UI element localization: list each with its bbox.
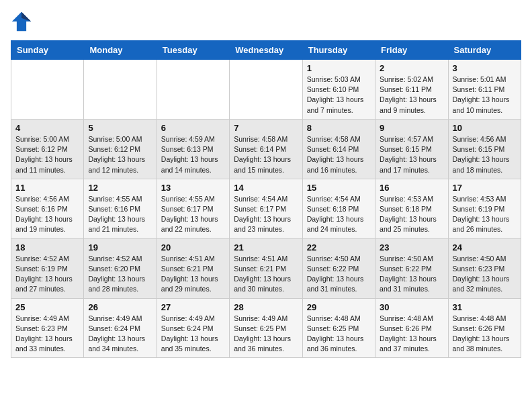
day-number: 17 <box>453 183 517 193</box>
day-info: Sunrise: 4:48 AMSunset: 6:26 PMDaylight:… <box>380 314 443 355</box>
day-number: 30 <box>380 302 443 312</box>
calendar-cell: 30Sunrise: 4:48 AMSunset: 6:26 PMDayligh… <box>375 298 448 358</box>
calendar-cell: 29Sunrise: 4:48 AMSunset: 6:25 PMDayligh… <box>302 298 375 358</box>
day-info: Sunrise: 4:52 AMSunset: 6:20 PMDaylight:… <box>88 254 152 295</box>
day-of-week-header: Saturday <box>448 41 521 60</box>
calendar-cell: 2Sunrise: 5:02 AMSunset: 6:11 PMDaylight… <box>375 60 448 120</box>
calendar-cell: 12Sunrise: 4:55 AMSunset: 6:16 PMDayligh… <box>84 179 157 238</box>
day-of-week-header: Sunday <box>11 41 84 60</box>
day-info: Sunrise: 4:56 AMSunset: 6:15 PMDaylight:… <box>453 134 517 175</box>
calendar-cell: 25Sunrise: 4:49 AMSunset: 6:23 PMDayligh… <box>11 298 84 358</box>
day-number: 29 <box>307 302 371 312</box>
day-number: 16 <box>380 183 443 193</box>
calendar-cell: 13Sunrise: 4:55 AMSunset: 6:17 PMDayligh… <box>157 179 229 238</box>
day-info: Sunrise: 4:57 AMSunset: 6:15 PMDaylight:… <box>380 134 443 175</box>
calendar-cell: 28Sunrise: 4:49 AMSunset: 6:25 PMDayligh… <box>230 298 302 358</box>
calendar-cell: 24Sunrise: 4:50 AMSunset: 6:23 PMDayligh… <box>448 238 521 298</box>
calendar-cell: 11Sunrise: 4:56 AMSunset: 6:16 PMDayligh… <box>11 179 84 238</box>
day-number: 20 <box>161 242 225 253</box>
day-number: 26 <box>88 302 152 312</box>
calendar-cell: 5Sunrise: 5:00 AMSunset: 6:12 PMDaylight… <box>84 119 157 179</box>
day-info: Sunrise: 4:55 AMSunset: 6:16 PMDaylight:… <box>88 194 152 235</box>
day-info: Sunrise: 4:53 AMSunset: 6:19 PMDaylight:… <box>453 194 517 235</box>
day-number: 6 <box>161 123 225 133</box>
day-info: Sunrise: 4:58 AMSunset: 6:14 PMDaylight:… <box>307 134 371 175</box>
calendar-cell: 3Sunrise: 5:01 AMSunset: 6:11 PMDaylight… <box>448 60 521 120</box>
day-number: 25 <box>15 302 79 312</box>
day-of-week-header: Thursday <box>302 41 375 60</box>
calendar-week-row: 1Sunrise: 5:03 AMSunset: 6:10 PMDaylight… <box>11 60 521 120</box>
calendar-header-row: SundayMondayTuesdayWednesdayThursdayFrid… <box>11 41 521 60</box>
calendar-cell: 4Sunrise: 5:00 AMSunset: 6:12 PMDaylight… <box>11 119 84 179</box>
day-info: Sunrise: 4:56 AMSunset: 6:16 PMDaylight:… <box>15 194 79 235</box>
day-info: Sunrise: 4:49 AMSunset: 6:25 PMDaylight:… <box>234 314 298 355</box>
day-info: Sunrise: 4:55 AMSunset: 6:17 PMDaylight:… <box>161 194 225 235</box>
calendar-cell: 20Sunrise: 4:51 AMSunset: 6:21 PMDayligh… <box>157 238 229 298</box>
calendar-cell: 14Sunrise: 4:54 AMSunset: 6:17 PMDayligh… <box>230 179 302 238</box>
logo <box>11 11 35 32</box>
calendar-week-row: 4Sunrise: 5:00 AMSunset: 6:12 PMDaylight… <box>11 119 521 179</box>
day-number: 11 <box>15 183 79 193</box>
day-info: Sunrise: 4:51 AMSunset: 6:21 PMDaylight:… <box>234 254 298 295</box>
day-info: Sunrise: 4:48 AMSunset: 6:26 PMDaylight:… <box>453 314 517 355</box>
calendar-cell: 15Sunrise: 4:54 AMSunset: 6:18 PMDayligh… <box>302 179 375 238</box>
day-of-week-header: Friday <box>375 41 448 60</box>
calendar-cell: 31Sunrise: 4:48 AMSunset: 6:26 PMDayligh… <box>448 298 521 358</box>
day-info: Sunrise: 5:02 AMSunset: 6:11 PMDaylight:… <box>380 75 443 116</box>
calendar-cell: 18Sunrise: 4:52 AMSunset: 6:19 PMDayligh… <box>11 238 84 298</box>
day-info: Sunrise: 4:49 AMSunset: 6:24 PMDaylight:… <box>161 314 225 355</box>
calendar-cell: 10Sunrise: 4:56 AMSunset: 6:15 PMDayligh… <box>448 119 521 179</box>
calendar-cell: 27Sunrise: 4:49 AMSunset: 6:24 PMDayligh… <box>157 298 229 358</box>
day-info: Sunrise: 4:50 AMSunset: 6:22 PMDaylight:… <box>380 254 443 295</box>
page-header <box>11 11 521 32</box>
day-info: Sunrise: 4:48 AMSunset: 6:25 PMDaylight:… <box>307 314 371 355</box>
calendar-cell <box>84 60 157 120</box>
day-number: 21 <box>234 242 298 253</box>
day-info: Sunrise: 4:52 AMSunset: 6:19 PMDaylight:… <box>15 254 79 295</box>
day-info: Sunrise: 4:54 AMSunset: 6:17 PMDaylight:… <box>234 194 298 235</box>
day-number: 28 <box>234 302 298 312</box>
day-number: 23 <box>380 242 443 253</box>
calendar-cell: 8Sunrise: 4:58 AMSunset: 6:14 PMDaylight… <box>302 119 375 179</box>
day-number: 31 <box>453 302 517 312</box>
day-info: Sunrise: 5:01 AMSunset: 6:11 PMDaylight:… <box>453 75 517 116</box>
calendar-cell <box>11 60 84 120</box>
calendar-cell: 17Sunrise: 4:53 AMSunset: 6:19 PMDayligh… <box>448 179 521 238</box>
day-number: 5 <box>88 123 152 133</box>
day-number: 27 <box>161 302 225 312</box>
day-info: Sunrise: 4:49 AMSunset: 6:23 PMDaylight:… <box>15 314 79 355</box>
day-info: Sunrise: 4:53 AMSunset: 6:18 PMDaylight:… <box>380 194 443 235</box>
calendar-cell: 23Sunrise: 4:50 AMSunset: 6:22 PMDayligh… <box>375 238 448 298</box>
day-info: Sunrise: 5:03 AMSunset: 6:10 PMDaylight:… <box>307 75 371 116</box>
calendar-cell <box>230 60 302 120</box>
day-number: 8 <box>307 123 371 133</box>
day-number: 18 <box>15 242 79 253</box>
calendar-table: SundayMondayTuesdayWednesdayThursdayFrid… <box>11 40 521 358</box>
day-info: Sunrise: 4:50 AMSunset: 6:23 PMDaylight:… <box>453 254 517 295</box>
day-number: 3 <box>453 63 517 73</box>
day-number: 22 <box>307 242 371 253</box>
calendar-week-row: 25Sunrise: 4:49 AMSunset: 6:23 PMDayligh… <box>11 298 521 358</box>
day-info: Sunrise: 4:50 AMSunset: 6:22 PMDaylight:… <box>307 254 371 295</box>
day-of-week-header: Wednesday <box>230 41 302 60</box>
calendar-cell <box>157 60 229 120</box>
day-number: 19 <box>88 242 152 253</box>
day-number: 9 <box>380 123 443 133</box>
calendar-cell: 16Sunrise: 4:53 AMSunset: 6:18 PMDayligh… <box>375 179 448 238</box>
calendar-cell: 21Sunrise: 4:51 AMSunset: 6:21 PMDayligh… <box>230 238 302 298</box>
day-number: 14 <box>234 183 298 193</box>
day-number: 13 <box>161 183 225 193</box>
calendar-cell: 9Sunrise: 4:57 AMSunset: 6:15 PMDaylight… <box>375 119 448 179</box>
day-info: Sunrise: 4:59 AMSunset: 6:13 PMDaylight:… <box>161 134 225 175</box>
calendar-cell: 1Sunrise: 5:03 AMSunset: 6:10 PMDaylight… <box>302 60 375 120</box>
day-info: Sunrise: 5:00 AMSunset: 6:12 PMDaylight:… <box>88 134 152 175</box>
day-number: 7 <box>234 123 298 133</box>
day-of-week-header: Tuesday <box>157 41 229 60</box>
day-number: 4 <box>15 123 79 133</box>
calendar-cell: 6Sunrise: 4:59 AMSunset: 6:13 PMDaylight… <box>157 119 229 179</box>
calendar-week-row: 11Sunrise: 4:56 AMSunset: 6:16 PMDayligh… <box>11 179 521 238</box>
day-number: 10 <box>453 123 517 133</box>
day-number: 15 <box>307 183 371 193</box>
day-info: Sunrise: 4:51 AMSunset: 6:21 PMDaylight:… <box>161 254 225 295</box>
day-of-week-header: Monday <box>84 41 157 60</box>
